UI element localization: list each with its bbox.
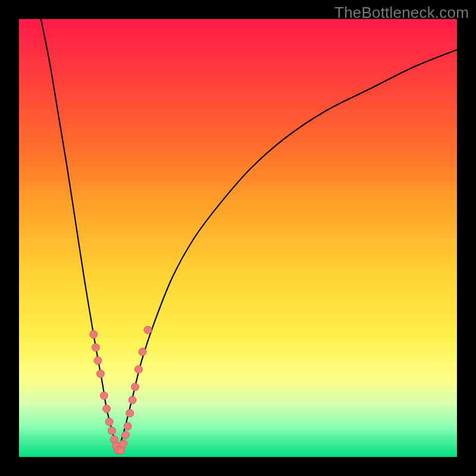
curve-left-branch bbox=[41, 19, 118, 453]
plot-gradient-background bbox=[19, 19, 457, 457]
marker-dot bbox=[103, 405, 111, 413]
marker-dot bbox=[129, 396, 136, 404]
curve-right-branch bbox=[118, 50, 457, 453]
marker-dot bbox=[120, 440, 127, 447]
marker-dot bbox=[100, 392, 108, 399]
marker-dot bbox=[134, 365, 142, 373]
marker-dot bbox=[92, 344, 99, 352]
chart-svg bbox=[19, 19, 457, 457]
marker-dot bbox=[121, 431, 129, 439]
marker-dot bbox=[139, 348, 146, 356]
chart-frame: TheBottleneck.com bbox=[0, 0, 476, 476]
marker-cluster bbox=[90, 326, 152, 454]
watermark-text: TheBottleneck.com bbox=[334, 4, 469, 22]
marker-dot bbox=[126, 409, 134, 417]
marker-dot bbox=[94, 357, 102, 365]
marker-dot bbox=[144, 326, 152, 334]
marker-dot bbox=[108, 427, 116, 434]
marker-dot bbox=[131, 383, 139, 391]
marker-dot bbox=[90, 330, 98, 338]
marker-dot bbox=[124, 422, 131, 430]
marker-dot bbox=[96, 370, 104, 378]
marker-dot bbox=[105, 418, 113, 426]
